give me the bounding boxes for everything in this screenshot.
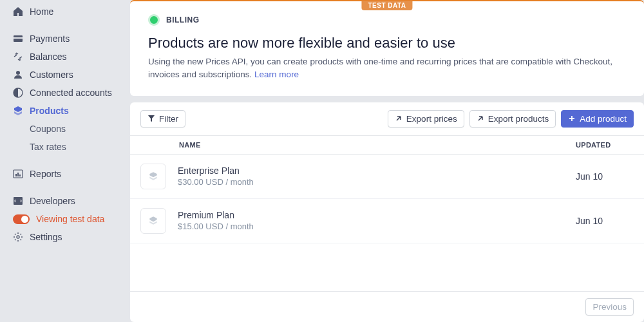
product-updated: Jun 10 xyxy=(576,216,634,226)
sidebar-label: Tax rates xyxy=(30,142,66,152)
sidebar-label: Reports xyxy=(30,169,61,179)
test-data-badge: TEST DATA xyxy=(361,1,412,10)
payments-icon xyxy=(13,33,23,44)
filter-label: Filter xyxy=(159,114,178,124)
sidebar-item-test-toggle[interactable]: Viewing test data xyxy=(0,210,129,228)
sidebar-item-connected[interactable]: Connected accounts xyxy=(0,84,129,102)
product-price: $15.00 USD / month xyxy=(178,222,564,231)
product-price: $30.00 USD / month xyxy=(178,177,564,187)
sidebar-label: Payments xyxy=(30,33,70,44)
export-prices-label: Export prices xyxy=(406,114,457,124)
sidebar-item-payments[interactable]: Payments xyxy=(0,30,129,48)
learn-more-link[interactable]: Learn more xyxy=(254,70,299,79)
svg-rect-5 xyxy=(15,174,17,176)
toggle-icon[interactable] xyxy=(13,214,30,224)
svg-rect-1 xyxy=(14,37,23,39)
export-icon xyxy=(477,115,484,122)
sidebar-label: Developers xyxy=(30,196,75,206)
table-row[interactable]: Premium Plan $15.00 USD / month Jun 10 xyxy=(130,199,644,243)
billing-dot-icon xyxy=(148,14,160,26)
banner: TEST DATA BILLING Products are now more … xyxy=(130,0,644,96)
add-product-label: Add product xyxy=(580,114,627,124)
column-name: NAME xyxy=(179,141,576,149)
sidebar-item-coupons[interactable]: Coupons xyxy=(0,120,129,138)
sidebar: Home Payments Balances Customers Connect… xyxy=(0,0,129,322)
banner-tag: BILLING xyxy=(148,14,626,26)
product-icon xyxy=(140,164,166,189)
banner-body: Using the new Prices API, you can create… xyxy=(148,55,626,82)
sidebar-label: Home xyxy=(30,6,53,17)
panel: Filter Export prices Export products Add… xyxy=(130,102,644,323)
home-icon xyxy=(13,6,23,17)
sidebar-item-home[interactable]: Home xyxy=(0,3,129,21)
customers-icon xyxy=(13,70,23,80)
toolbar: Filter Export prices Export products Add… xyxy=(130,102,644,135)
add-product-button[interactable]: Add product xyxy=(561,110,634,128)
sidebar-label: Viewing test data xyxy=(36,214,104,224)
product-name: Premium Plan xyxy=(178,210,564,220)
previous-button[interactable]: Previous xyxy=(585,298,634,316)
sidebar-item-developers[interactable]: Developers xyxy=(0,192,129,210)
export-prices-button[interactable]: Export prices xyxy=(388,110,464,128)
sidebar-label: Settings xyxy=(30,232,62,242)
banner-body-text: Using the new Prices API, you can create… xyxy=(148,57,612,79)
main: TEST DATA BILLING Products are now more … xyxy=(129,0,644,322)
table-row[interactable]: Enterprise Plan $30.00 USD / month Jun 1… xyxy=(130,155,644,199)
sidebar-item-customers[interactable]: Customers xyxy=(0,66,129,84)
banner-title: Products are now more flexible and easie… xyxy=(148,35,626,52)
banner-tag-text: BILLING xyxy=(166,15,200,24)
balances-icon xyxy=(13,52,23,62)
svg-rect-7 xyxy=(19,175,21,176)
product-updated: Jun 10 xyxy=(576,171,634,182)
previous-label: Previous xyxy=(592,302,627,312)
product-name: Enterprise Plan xyxy=(178,166,564,176)
reports-icon xyxy=(13,169,23,179)
export-icon xyxy=(395,115,402,122)
sidebar-label: Products xyxy=(30,106,69,116)
column-updated: UPDATED xyxy=(576,141,634,149)
plus-icon xyxy=(568,115,576,122)
svg-rect-6 xyxy=(17,173,19,176)
table-header: NAME UPDATED xyxy=(130,135,644,155)
developers-icon xyxy=(13,196,23,206)
sidebar-label: Customers xyxy=(30,70,73,80)
sidebar-item-taxrates[interactable]: Tax rates xyxy=(0,138,129,156)
svg-point-9 xyxy=(17,236,19,238)
products-icon xyxy=(13,106,23,116)
svg-point-2 xyxy=(16,71,20,75)
sidebar-item-products[interactable]: Products xyxy=(0,102,129,120)
sidebar-label: Balances xyxy=(30,52,67,62)
product-icon xyxy=(140,208,166,234)
sidebar-label: Connected accounts xyxy=(30,88,112,98)
settings-icon xyxy=(13,232,23,242)
sidebar-item-reports[interactable]: Reports xyxy=(0,165,129,183)
row-main: Premium Plan $15.00 USD / month xyxy=(178,210,564,231)
export-products-label: Export products xyxy=(488,114,549,124)
connected-icon xyxy=(13,88,23,98)
row-main: Enterprise Plan $30.00 USD / month xyxy=(178,166,564,187)
sidebar-label: Coupons xyxy=(30,124,66,134)
table-footer: Previous xyxy=(130,291,644,322)
export-products-button[interactable]: Export products xyxy=(469,110,556,128)
sidebar-item-balances[interactable]: Balances xyxy=(0,48,129,66)
filter-button[interactable]: Filter xyxy=(140,110,185,128)
sidebar-item-settings[interactable]: Settings xyxy=(0,228,129,246)
filter-icon xyxy=(147,115,155,122)
